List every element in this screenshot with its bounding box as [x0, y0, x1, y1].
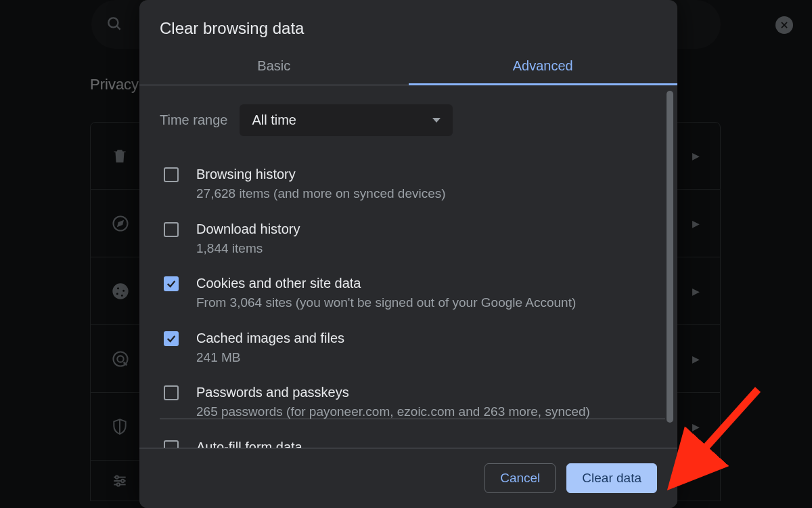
chevron-down-icon	[432, 118, 441, 123]
data-type-item: Browsing history27,628 items (and more o…	[160, 156, 657, 211]
item-subtitle: From 3,064 sites (you won't be signed ou…	[196, 293, 576, 312]
item-title: Auto-fill form data	[196, 438, 302, 448]
item-subtitle: 27,628 items (and more on synced devices…	[196, 184, 446, 203]
dialog-tabs: Basic Advanced	[139, 53, 677, 85]
time-range-value: All time	[252, 112, 296, 128]
item-title: Passwords and passkeys	[196, 383, 590, 402]
search-icon	[106, 15, 123, 35]
data-type-item: Cached images and files241 MB	[160, 320, 657, 375]
svg-marker-5	[118, 221, 123, 226]
checkbox[interactable]	[164, 222, 179, 237]
page-title: Privacy	[90, 76, 139, 93]
chevron-right-icon: ▶	[692, 421, 700, 432]
body-bottom-divider	[160, 419, 665, 419]
compass-icon	[111, 214, 130, 233]
chevron-right-icon: ▶	[692, 218, 700, 229]
checkbox[interactable]	[164, 331, 179, 346]
item-title: Browsing history	[196, 165, 446, 184]
checkbox[interactable]	[164, 167, 179, 182]
dialog-title: Clear browsing data	[139, 0, 677, 53]
tab-basic[interactable]: Basic	[139, 53, 409, 85]
svg-point-13	[117, 483, 120, 486]
item-subtitle: 1,844 items	[196, 239, 300, 258]
time-range-label: Time range	[160, 112, 227, 128]
data-type-list: Browsing history27,628 items (and more o…	[160, 156, 657, 448]
data-type-item: Auto-fill form data	[160, 429, 657, 448]
time-range-select[interactable]: All time	[240, 104, 453, 136]
scrollbar[interactable]	[667, 91, 673, 423]
checkbox[interactable]	[164, 276, 179, 291]
trash-icon	[111, 147, 129, 165]
clear-data-button[interactable]: Clear data	[566, 463, 657, 493]
item-title: Download history	[196, 219, 300, 239]
close-icon[interactable]	[775, 16, 793, 34]
tab-advanced[interactable]: Advanced	[409, 53, 678, 85]
svg-point-11	[116, 475, 118, 478]
svg-point-7	[117, 356, 123, 362]
sliders-icon	[111, 472, 129, 490]
svg-point-0	[108, 18, 118, 27]
item-title: Cookies and other site data	[196, 274, 576, 293]
svg-point-12	[121, 479, 124, 482]
item-title: Cached images and files	[196, 329, 344, 348]
data-type-item: Passwords and passkeys265 passwords (for…	[160, 375, 657, 429]
shield-icon	[111, 418, 129, 436]
chevron-right-icon: ▶	[692, 150, 700, 161]
clear-browsing-data-dialog: Clear browsing data Basic Advanced Time …	[139, 0, 677, 508]
item-subtitle: 241 MB	[196, 348, 344, 367]
cookie-icon	[111, 282, 130, 301]
time-range-row: Time range All time	[160, 104, 657, 136]
dialog-body: Time range All time Browsing history27,6…	[139, 85, 677, 448]
dialog-footer: Cancel Clear data	[139, 448, 677, 508]
chevron-right-icon: ▶	[692, 286, 700, 297]
checkbox[interactable]	[164, 440, 179, 448]
chevron-right-icon: ▶	[692, 354, 700, 364]
cancel-button[interactable]: Cancel	[484, 463, 556, 493]
checkbox[interactable]	[164, 385, 179, 400]
data-type-item: Download history1,844 items	[160, 211, 657, 266]
target-icon	[111, 350, 130, 368]
svg-line-1	[116, 26, 120, 29]
data-type-item: Cookies and other site dataFrom 3,064 si…	[160, 266, 657, 320]
